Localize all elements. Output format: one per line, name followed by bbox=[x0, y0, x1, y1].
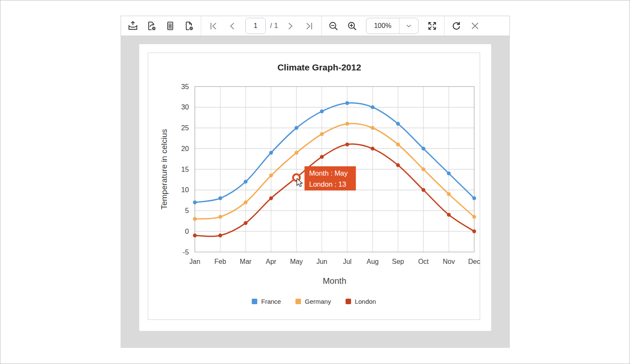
viewer-toolbar: / 1 bbox=[121, 16, 510, 36]
svg-text:0: 0 bbox=[185, 227, 189, 235]
parameters-button[interactable] bbox=[161, 17, 180, 34]
legend-item-london[interactable]: London bbox=[346, 298, 376, 305]
close-button[interactable] bbox=[466, 17, 484, 34]
svg-text:5: 5 bbox=[185, 207, 189, 214]
report-viewer-window: / 1 bbox=[0, 0, 630, 364]
export-icon bbox=[127, 20, 138, 31]
svg-text:Temperature in celcius: Temperature in celcius bbox=[160, 129, 169, 210]
refresh-icon bbox=[451, 21, 461, 31]
toolbar-separator bbox=[444, 16, 444, 36]
legend-label: London bbox=[355, 298, 376, 305]
zoom-level-value: 100% bbox=[366, 18, 399, 34]
svg-text:Nov: Nov bbox=[443, 258, 455, 265]
viewer-content-area: -505101520253035JanFebMarAprMayJunJulAug… bbox=[121, 36, 510, 348]
report-page: -505101520253035JanFebMarAprMayJunJulAug… bbox=[139, 44, 491, 331]
svg-text:Jul: Jul bbox=[343, 258, 352, 265]
zoom-caret-cell[interactable] bbox=[399, 18, 418, 34]
svg-text:Sep: Sep bbox=[392, 258, 404, 265]
page-setup-icon bbox=[183, 20, 194, 31]
chart-legend: France Germany London bbox=[148, 298, 480, 305]
previous-page-icon bbox=[227, 21, 237, 31]
refresh-button[interactable] bbox=[447, 17, 466, 34]
svg-text:Apr: Apr bbox=[266, 258, 277, 265]
svg-text:Oct: Oct bbox=[418, 258, 429, 265]
legend-label: France bbox=[261, 298, 281, 305]
svg-text:May: May bbox=[290, 258, 303, 265]
svg-text:Climate Graph-2012: Climate Graph-2012 bbox=[277, 62, 361, 72]
legend-label: Germany bbox=[305, 298, 331, 305]
svg-text:-5: -5 bbox=[183, 248, 189, 256]
svg-text:Aug: Aug bbox=[366, 258, 378, 265]
svg-text:Feb: Feb bbox=[214, 258, 226, 265]
first-page-button[interactable] bbox=[204, 17, 222, 34]
parameters-icon bbox=[165, 20, 176, 31]
legend-swatch bbox=[346, 299, 351, 304]
svg-text:25: 25 bbox=[181, 124, 189, 132]
export-tools-group bbox=[124, 16, 198, 36]
export-settings-icon bbox=[146, 20, 157, 31]
close-icon bbox=[470, 21, 480, 31]
last-page-button[interactable] bbox=[300, 17, 319, 34]
climate-chart: -505101520253035JanFebMarAprMayJunJulAug… bbox=[148, 53, 480, 320]
svg-text:Month : May: Month : May bbox=[309, 169, 348, 177]
viewer-actions-group bbox=[447, 16, 484, 36]
zoom-tools-group: 100% bbox=[324, 16, 442, 36]
toolbar-separator bbox=[321, 16, 322, 36]
page-navigation-group: / 1 bbox=[204, 16, 319, 36]
svg-text:London : 13: London : 13 bbox=[309, 180, 346, 188]
next-page-icon bbox=[286, 21, 295, 31]
last-page-icon bbox=[304, 21, 314, 31]
svg-text:20: 20 bbox=[181, 145, 189, 152]
svg-text:Month: Month bbox=[323, 276, 346, 286]
climate-chart-svg[interactable]: -505101520253035JanFebMarAprMayJunJulAug… bbox=[148, 53, 481, 320]
fullscreen-icon bbox=[427, 21, 437, 31]
svg-text:Jun: Jun bbox=[316, 258, 327, 265]
svg-text:10: 10 bbox=[181, 186, 189, 193]
first-page-icon bbox=[208, 21, 218, 31]
legend-item-germany[interactable]: Germany bbox=[295, 298, 331, 305]
page-number-input[interactable] bbox=[245, 18, 266, 34]
page-setup-button[interactable] bbox=[180, 17, 198, 34]
legend-item-france[interactable]: France bbox=[252, 298, 281, 305]
zoom-in-icon bbox=[347, 21, 357, 31]
toolbar-separator bbox=[201, 16, 201, 36]
page-count-label: / 1 bbox=[270, 22, 278, 30]
previous-page-button[interactable] bbox=[222, 17, 241, 34]
svg-text:Mar: Mar bbox=[240, 258, 252, 265]
export-settings-button[interactable] bbox=[142, 17, 161, 34]
zoom-in-button[interactable] bbox=[343, 17, 362, 34]
svg-text:15: 15 bbox=[181, 165, 189, 173]
svg-text:Dec: Dec bbox=[468, 258, 480, 265]
svg-text:30: 30 bbox=[181, 103, 189, 111]
legend-swatch bbox=[295, 299, 301, 304]
zoom-out-icon bbox=[328, 21, 339, 31]
legend-swatch bbox=[252, 299, 257, 304]
svg-text:35: 35 bbox=[181, 83, 189, 90]
fullscreen-button[interactable] bbox=[423, 17, 442, 34]
next-page-button[interactable] bbox=[281, 17, 300, 34]
export-button[interactable] bbox=[124, 17, 142, 34]
zoom-level-select[interactable]: 100% bbox=[366, 18, 419, 34]
svg-text:Jan: Jan bbox=[189, 258, 200, 265]
zoom-out-button[interactable] bbox=[324, 17, 343, 34]
chevron-down-icon bbox=[405, 22, 413, 30]
